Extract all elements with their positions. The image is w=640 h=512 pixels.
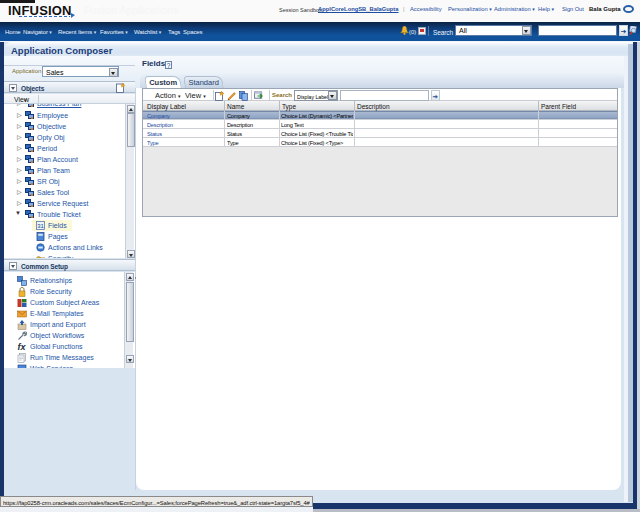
- svg-text:fx: fx: [18, 342, 27, 352]
- svg-text:31: 31: [37, 223, 44, 229]
